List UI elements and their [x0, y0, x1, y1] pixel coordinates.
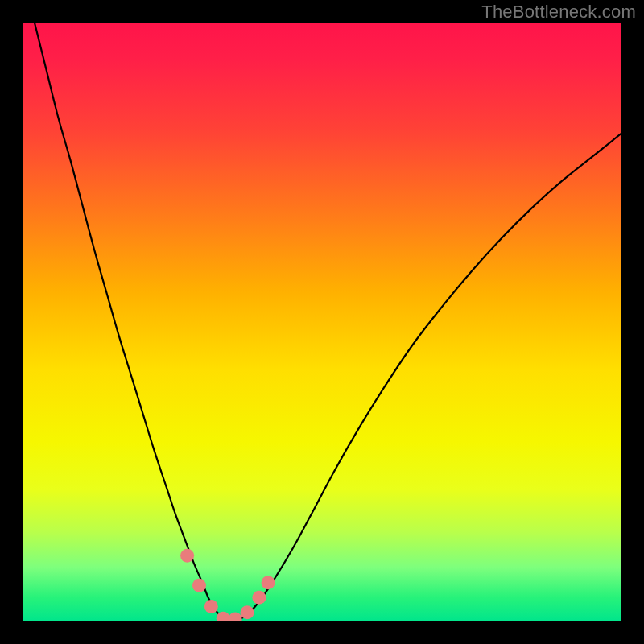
watermark-text: TheBottleneck.com	[481, 2, 636, 23]
chart-svg	[23, 23, 621, 621]
bottleneck-curve	[23, 23, 621, 621]
curve-marker	[229, 613, 242, 621]
curve-markers	[180, 549, 275, 621]
curve-marker	[204, 600, 218, 613]
curve-marker	[262, 576, 275, 589]
curve-marker	[180, 549, 194, 563]
curve-marker	[241, 605, 254, 619]
curve-marker	[192, 579, 206, 592]
curve-marker	[252, 591, 266, 605]
chart-frame: TheBottleneck.com	[0, 0, 644, 644]
